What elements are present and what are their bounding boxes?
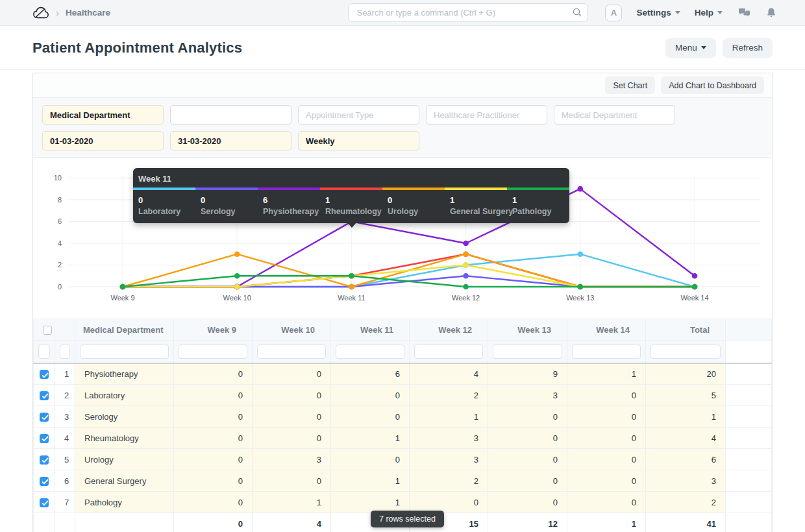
row-checkbox[interactable] bbox=[34, 492, 55, 513]
tooltip-pointer bbox=[347, 223, 356, 228]
column-filter-input[interactable] bbox=[38, 345, 50, 359]
tooltip-item: 0Laboratory bbox=[138, 195, 201, 216]
column-filter-input[interactable] bbox=[336, 345, 404, 359]
cell-week-value: 0 bbox=[567, 470, 646, 492]
help-menu[interactable]: Help bbox=[695, 8, 723, 18]
refresh-button[interactable]: Refresh bbox=[723, 38, 773, 58]
navbar: › Healthcare A Settings Help bbox=[0, 0, 805, 26]
filter-frequency[interactable]: Weekly bbox=[298, 131, 419, 151]
data-point[interactable] bbox=[463, 273, 469, 279]
column-filter-input[interactable] bbox=[414, 345, 483, 359]
tooltip-stripe-segment bbox=[507, 187, 569, 190]
row-checkbox[interactable] bbox=[34, 385, 55, 406]
data-point[interactable] bbox=[120, 284, 126, 290]
column-header[interactable]: Medical Department bbox=[75, 319, 174, 341]
cell-week-value: 6 bbox=[331, 363, 410, 385]
filter-from-date[interactable]: 01-03-2020 bbox=[42, 131, 164, 151]
cell-total: 6 bbox=[646, 449, 726, 470]
data-point[interactable] bbox=[463, 262, 469, 268]
column-filter-input[interactable] bbox=[493, 345, 562, 359]
cell-week-value: 9 bbox=[488, 363, 567, 385]
column-filter-input[interactable] bbox=[60, 345, 70, 359]
data-point[interactable] bbox=[234, 251, 240, 257]
filter-medical-department[interactable]: Medical Department bbox=[554, 105, 675, 125]
table-row[interactable]: 3Serology0001001 bbox=[34, 406, 772, 428]
data-point[interactable] bbox=[463, 284, 469, 290]
tooltip-label: Rheumatology bbox=[325, 207, 388, 216]
filter-to-date[interactable]: 31-03-2020 bbox=[170, 131, 291, 151]
search-input[interactable] bbox=[348, 3, 588, 22]
data-point[interactable] bbox=[463, 251, 469, 257]
column-header[interactable]: Week 14 bbox=[567, 319, 646, 341]
app-logo-icon[interactable] bbox=[32, 6, 49, 19]
table-row[interactable]: 1Physiotherapy00649120 bbox=[34, 363, 772, 385]
cell-week-value: 0 bbox=[253, 470, 331, 492]
table-row[interactable]: 4Rheumatology0013004 bbox=[34, 428, 772, 449]
data-point[interactable] bbox=[692, 284, 698, 290]
x-axis-tick-label: Week 11 bbox=[338, 294, 365, 302]
notifications-bell-icon[interactable] bbox=[766, 7, 776, 18]
row-checkbox[interactable] bbox=[34, 470, 55, 492]
announcements-icon[interactable] bbox=[738, 8, 750, 18]
data-point[interactable] bbox=[578, 251, 584, 257]
row-checkbox[interactable] bbox=[34, 449, 55, 470]
data-point[interactable] bbox=[349, 273, 354, 279]
data-point[interactable] bbox=[578, 284, 584, 290]
column-filter-input[interactable] bbox=[650, 345, 721, 359]
filter-medical-department-group[interactable]: Medical Department bbox=[42, 105, 164, 125]
row-checkbox[interactable] bbox=[34, 428, 55, 449]
column-filter-input[interactable] bbox=[179, 345, 247, 359]
column-header[interactable]: Week 11 bbox=[331, 319, 410, 341]
filter-blank[interactable] bbox=[170, 105, 291, 125]
cell-department: Pathology bbox=[75, 492, 174, 513]
breadcrumb-chevron-icon: › bbox=[56, 7, 59, 18]
column-header[interactable]: Week 10 bbox=[253, 319, 331, 341]
settings-menu[interactable]: Settings bbox=[636, 8, 680, 18]
trailing-cell bbox=[726, 363, 772, 385]
data-point[interactable] bbox=[234, 284, 240, 290]
row-checkbox[interactable] bbox=[34, 406, 55, 428]
cell-total: 3 bbox=[646, 470, 726, 492]
table-row[interactable]: 5Urology0303006 bbox=[34, 449, 772, 470]
table-row[interactable]: 7Pathology0110002 bbox=[34, 492, 772, 513]
x-axis-tick-label: Week 9 bbox=[110, 294, 134, 302]
cell-week-value: 0 bbox=[567, 492, 646, 513]
table-row[interactable]: 6General Surgery0012003 bbox=[34, 470, 772, 492]
avatar[interactable]: A bbox=[605, 5, 622, 21]
y-axis-tick-label: 2 bbox=[58, 261, 62, 269]
cell-week-value: 2 bbox=[410, 385, 488, 406]
add-chart-to-dashboard-button[interactable]: Add Chart to Dashboard bbox=[661, 77, 764, 94]
column-header[interactable]: Total bbox=[646, 319, 726, 341]
set-chart-button[interactable]: Set Chart bbox=[605, 77, 655, 94]
cell-department: Physiotherapy bbox=[75, 363, 174, 385]
data-point[interactable] bbox=[234, 273, 240, 279]
data-point[interactable] bbox=[692, 273, 698, 279]
trailing-cell bbox=[726, 428, 772, 449]
column-filter-input[interactable] bbox=[572, 345, 641, 359]
column-filter-input[interactable] bbox=[80, 345, 169, 359]
data-point[interactable] bbox=[349, 284, 354, 290]
menu-button[interactable]: Menu bbox=[665, 38, 716, 58]
select-all-checkbox[interactable] bbox=[34, 319, 55, 341]
tooltip-title: Week 11 bbox=[133, 168, 569, 187]
cell-department: Urology bbox=[75, 449, 174, 470]
data-point[interactable] bbox=[578, 186, 584, 192]
column-filter-input[interactable] bbox=[257, 345, 326, 359]
row-checkbox[interactable] bbox=[34, 363, 55, 385]
column-header[interactable]: Week 13 bbox=[488, 319, 567, 341]
cell-week-value: 1 bbox=[331, 470, 410, 492]
table-row[interactable]: 2Laboratory0002305 bbox=[34, 385, 772, 406]
column-header[interactable]: Week 9 bbox=[174, 319, 253, 341]
data-point[interactable] bbox=[463, 241, 469, 247]
tooltip-value: 1 bbox=[450, 195, 512, 205]
filter-healthcare-practitioner[interactable]: Healthcare Practitioner bbox=[426, 105, 547, 125]
cell-week-value: 0 bbox=[253, 385, 331, 406]
filter-appointment-type[interactable]: Appointment Type bbox=[298, 105, 419, 125]
breadcrumb[interactable]: Healthcare bbox=[66, 8, 110, 18]
cell-week-value: 0 bbox=[488, 428, 567, 449]
column-header[interactable]: Week 12 bbox=[410, 319, 488, 341]
y-axis-tick-label: 4 bbox=[58, 239, 62, 247]
tooltip-item: 1Rheumatology bbox=[325, 195, 388, 216]
cell-week-value: 0 bbox=[174, 428, 253, 449]
total-week-value: 4 bbox=[253, 513, 331, 532]
